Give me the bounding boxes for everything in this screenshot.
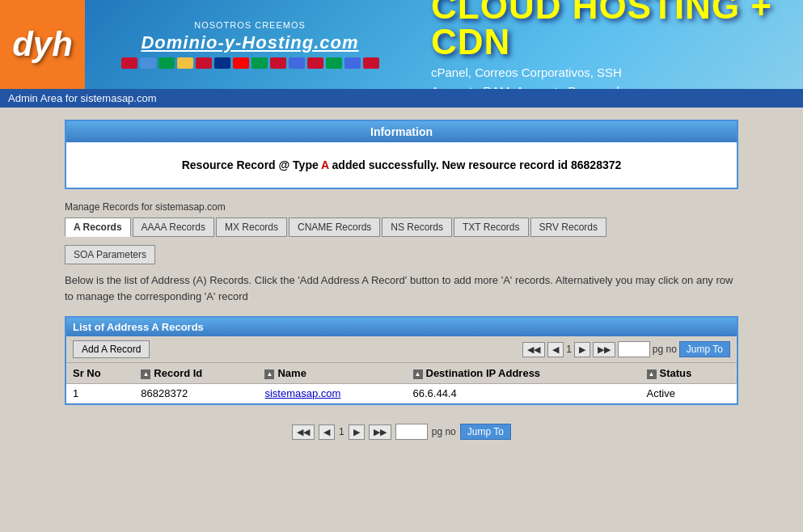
site-name: Dominio-y-Hosting.com: [141, 32, 358, 53]
sort-icon-name[interactable]: ▲: [264, 369, 274, 379]
flag-uru: [344, 57, 361, 69]
bottom-pg-no-label: pg no: [432, 426, 456, 437]
flag-usa: [214, 57, 230, 69]
description-content: Below is the list of Address (A) Records…: [65, 274, 733, 302]
bottom-jump-to-button[interactable]: Jump To: [460, 424, 511, 440]
col-sr-no: Sr No: [66, 363, 134, 384]
cell-sr-no: 1: [66, 384, 134, 403]
flag-bol: [326, 57, 342, 69]
sort-icon-status[interactable]: ▲: [647, 369, 657, 379]
add-record-button[interactable]: Add A Record: [73, 340, 150, 358]
first-page-button[interactable]: ◀◀: [522, 342, 545, 357]
records-box-header-text: List of Address A Records: [73, 321, 204, 333]
bottom-page-input[interactable]: [395, 424, 428, 440]
last-page-button[interactable]: ▶▶: [593, 342, 615, 357]
flag-col: [121, 57, 137, 69]
info-type-letter: A: [321, 158, 329, 171]
sort-icon-destination-ip[interactable]: ▲: [413, 369, 423, 379]
subtitle-line1: cPanel, Correos Corporativos, SSH: [431, 65, 622, 79]
records-table: Sr No ▲Record Id ▲Name ▲Destination IP A…: [66, 363, 737, 403]
table-header-row: Sr No ▲Record Id ▲Name ▲Destination IP A…: [66, 363, 737, 384]
flag-chi: [307, 57, 323, 69]
manage-records-text: Manage Records for sistemasap.com: [65, 201, 226, 213]
admin-bar-text: Admin Area for sistemasap.com: [8, 92, 157, 104]
cell-name[interactable]: sistemasap.com: [258, 384, 406, 403]
flag-spa: [270, 57, 286, 69]
col-name: ▲Name: [258, 363, 406, 384]
flag-bra: [251, 57, 268, 69]
dyh-logo: dyh: [12, 25, 73, 64]
tabs-container-row2: SOA Parameters: [65, 245, 738, 264]
records-box-header: List of Address A Records: [66, 318, 737, 336]
info-box-body: Resource Record @ Type A added successfu…: [66, 142, 737, 188]
info-box: Information Resource Record @ Type A add…: [65, 120, 738, 189]
tab-txt-records[interactable]: TXT Records: [454, 217, 528, 237]
flag-per: [196, 57, 212, 69]
col-status: ▲Status: [640, 363, 737, 384]
info-message-after: added successfully. New resource record …: [329, 158, 622, 171]
main-content: Information Resource Record @ Type A add…: [0, 108, 803, 532]
info-box-header-text: Information: [370, 125, 433, 138]
info-box-header: Information: [66, 121, 737, 142]
manage-records-label: Manage Records for sistemasap.com: [65, 201, 738, 213]
flag-arg: [289, 57, 305, 69]
tab-a-records[interactable]: A Records: [65, 217, 131, 237]
bottom-first-page-button[interactable]: ◀◀: [292, 424, 315, 440]
page-input[interactable]: [618, 341, 650, 357]
col-destination-ip: ▲Destination IP Address: [407, 363, 640, 384]
flag-ven: [140, 57, 156, 69]
tab-cname-records[interactable]: CNAME Records: [289, 217, 380, 237]
jump-to-button[interactable]: Jump To: [679, 341, 730, 357]
bottom-prev-page-button[interactable]: ◀: [319, 424, 335, 440]
next-page-button[interactable]: ▶: [574, 342, 590, 357]
flag-ecu: [177, 57, 193, 69]
cloud-hosting-title: CLOUD HOSTING + CDN: [431, 0, 787, 60]
bottom-last-page-button[interactable]: ▶▶: [369, 424, 391, 440]
table-row[interactable]: 1 86828372 sistemasap.com 66.6.44.4 Acti…: [66, 384, 737, 403]
flag-can: [233, 57, 249, 69]
records-box-toolbar: Add A Record ◀◀ ◀ 1 ▶ ▶▶ pg no Jump To: [66, 336, 737, 363]
page-number: 1: [566, 344, 572, 355]
cell-destination-ip: 66.6.44.4: [407, 384, 640, 403]
col-record-id: ▲Record Id: [134, 363, 258, 384]
bottom-page-number: 1: [339, 426, 344, 437]
tab-srv-records[interactable]: SRV Records: [530, 217, 606, 237]
prev-page-button[interactable]: ◀: [547, 342, 564, 357]
pg-no-label: pg no: [653, 344, 677, 355]
tab-soa-parameters[interactable]: SOA Parameters: [65, 245, 155, 264]
sort-icon-record-id[interactable]: ▲: [141, 369, 150, 379]
admin-bar: Admin Area for sistemasap.com: [0, 89, 803, 108]
header-right: CLOUD HOSTING + CDN cPanel, Correos Corp…: [415, 0, 803, 89]
cell-status: Active: [640, 384, 737, 403]
cloud-hosting-subtitle: cPanel, Correos Corporativos, SSH Aument…: [431, 64, 787, 89]
header-banner: dyh nosotros creemos Dominio-y-Hosting.c…: [0, 0, 803, 89]
records-box: List of Address A Records Add A Record ◀…: [65, 316, 738, 405]
tabs-container: A Records AAAA Records MX Records CNAME …: [65, 217, 738, 237]
logo-left: dyh: [0, 0, 85, 89]
subtitle-line2: Aumenta RAM, Aumenta Procesador: [431, 84, 630, 90]
toolbar-pagination: ◀◀ ◀ 1 ▶ ▶▶ pg no Jump To: [522, 341, 730, 357]
tab-ns-records[interactable]: NS Records: [382, 217, 452, 237]
name-link[interactable]: sistemasap.com: [264, 387, 340, 399]
bottom-pagination: ◀◀ ◀ 1 ▶ ▶▶ pg no Jump To: [65, 417, 738, 446]
flag-icons: [121, 57, 379, 69]
bottom-next-page-button[interactable]: ▶: [349, 424, 365, 440]
tab-aaaa-records[interactable]: AAAA Records: [133, 217, 214, 237]
cell-record-id: 86828372: [134, 384, 258, 403]
flag-mex: [158, 57, 175, 69]
info-message-before: Resource Record @ Type: [182, 158, 321, 171]
tab-mx-records[interactable]: MX Records: [216, 217, 287, 237]
description-text: Below is the list of Address (A) Records…: [65, 272, 738, 304]
header-center: nosotros creemos Dominio-y-Hosting.com: [85, 14, 415, 75]
tagline: nosotros creemos: [194, 20, 306, 30]
flag-pan: [363, 57, 379, 69]
